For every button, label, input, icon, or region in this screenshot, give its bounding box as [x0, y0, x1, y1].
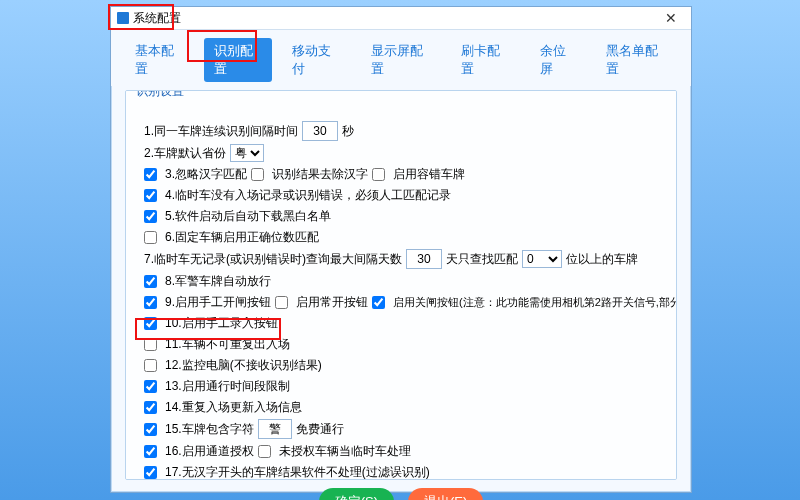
row-2-label: 2.车牌默认省份 [144, 144, 226, 162]
row-7-label-a: 7.临时车无记录(或识别错误时)查询最大间隔天数 [144, 250, 402, 268]
row-7-match-select[interactable]: 0 [522, 250, 562, 268]
row-4-label: 4.临时车没有入场记录或识别错误，必须人工匹配记录 [165, 186, 451, 204]
row-16: 16.启用通道授权 未授权车辆当临时车处理 [144, 442, 666, 460]
row-11: 11.车辆不可重复出入场 [144, 335, 666, 353]
row-7-label-b: 天只查找匹配 [446, 250, 518, 268]
button-bar: 确定(S) 退出(E) [111, 480, 691, 500]
row-12: 12.监控电脑(不接收识别结果) [144, 356, 666, 374]
row-13: 13.启用通行时间段限制 [144, 377, 666, 395]
title-bar: 系统配置 ✕ [111, 7, 691, 30]
row-7: 7.临时车无记录(或识别错误时)查询最大间隔天数 天只查找匹配 0 位以上的车牌 [144, 249, 666, 269]
tab-remaining[interactable]: 余位屏 [530, 38, 586, 82]
row-13-label: 13.启用通行时间段限制 [165, 377, 290, 395]
row-7-days-input[interactable] [406, 249, 442, 269]
row-11-checkbox[interactable] [144, 338, 157, 351]
row-9: 9.启用手工开闸按钮 启用常开按钮 启用关闸按钮(注意：此功能需使用相机第2路开… [144, 293, 666, 311]
row-3-checkbox[interactable] [144, 168, 157, 181]
row-16-checkbox[interactable] [144, 445, 157, 458]
row-9-sub2-checkbox[interactable] [372, 296, 385, 309]
row-6: 6.固定车辆启用正确位数匹配 [144, 228, 666, 246]
row-9-sub1-label: 启用常开按钮 [296, 293, 368, 311]
row-11-label: 11.车辆不可重复出入场 [165, 335, 290, 353]
row-15-label-b: 免费通行 [296, 420, 344, 438]
row-4-checkbox[interactable] [144, 189, 157, 202]
row-9-label: 9.启用手工开闸按钮 [165, 293, 271, 311]
row-12-label: 12.监控电脑(不接收识别结果) [165, 356, 322, 374]
row-1: 1.同一车牌连续识别间隔时间 秒 [144, 121, 666, 141]
tab-recognition[interactable]: 识别配置 [204, 38, 273, 82]
row-7-label-c: 位以上的车牌 [566, 250, 638, 268]
close-button[interactable]: ✕ [657, 10, 685, 26]
row-17: 17.无汉字开头的车牌结果软件不处理(过滤误识别) [144, 463, 666, 480]
row-8-label: 8.军警车牌自动放行 [165, 272, 271, 290]
row-2-province-select[interactable]: 粤 [230, 144, 264, 162]
tab-blacklist[interactable]: 黑名单配置 [596, 38, 677, 82]
row-12-checkbox[interactable] [144, 359, 157, 372]
row-14-checkbox[interactable] [144, 401, 157, 414]
tab-display[interactable]: 显示屏配置 [361, 38, 442, 82]
row-15-label-a: 15.车牌包含字符 [165, 420, 254, 438]
tab-basic[interactable]: 基本配置 [125, 38, 194, 82]
row-5-label: 5.软件启动后自动下载黑白名单 [165, 207, 331, 225]
row-10-checkbox[interactable] [144, 317, 157, 330]
system-config-dialog: 系统配置 ✕ 基本配置 识别配置 移动支付 显示屏配置 刷卡配置 余位屏 黑名单… [110, 6, 692, 493]
row-9-checkbox[interactable] [144, 296, 157, 309]
row-9-sub2-label: 启用关闸按钮(注意：此功能需使用相机第2路开关信号,部分相机支持) [393, 293, 677, 311]
row-5: 5.软件启动后自动下载黑白名单 [144, 207, 666, 225]
exit-button[interactable]: 退出(E) [408, 488, 483, 500]
row-15-char-input[interactable] [258, 419, 292, 439]
row-16-sub1-label: 未授权车辆当临时车处理 [279, 442, 411, 460]
row-2: 2.车牌默认省份 粤 [144, 144, 666, 162]
row-3-sub2-label: 启用容错车牌 [393, 165, 465, 183]
row-1-label-a: 1.同一车牌连续识别间隔时间 [144, 122, 298, 140]
row-8-checkbox[interactable] [144, 275, 157, 288]
row-14: 14.重复入场更新入场信息 [144, 398, 666, 416]
row-10-label: 10.启用手工录入按钮 [165, 314, 278, 332]
row-3-sub2-checkbox[interactable] [372, 168, 385, 181]
row-6-checkbox[interactable] [144, 231, 157, 244]
row-8: 8.军警车牌自动放行 [144, 272, 666, 290]
row-3-label: 3.忽略汉字匹配 [165, 165, 247, 183]
row-17-checkbox[interactable] [144, 466, 157, 479]
row-3-sub1-checkbox[interactable] [251, 168, 264, 181]
row-15: 15.车牌包含字符 免费通行 [144, 419, 666, 439]
tab-mobile-pay[interactable]: 移动支付 [282, 38, 351, 82]
row-5-checkbox[interactable] [144, 210, 157, 223]
row-16-label: 16.启用通道授权 [165, 442, 254, 460]
recognition-settings-fieldset: 识别设置 1.同一车牌连续识别间隔时间 秒 2.车牌默认省份 粤 3.忽略汉字匹… [125, 90, 677, 480]
row-1-label-b: 秒 [342, 122, 354, 140]
row-16-sub1-checkbox[interactable] [258, 445, 271, 458]
window-title: 系统配置 [133, 10, 657, 27]
fieldset-legend: 识别设置 [132, 90, 188, 100]
row-9-sub1-checkbox[interactable] [275, 296, 288, 309]
row-13-checkbox[interactable] [144, 380, 157, 393]
row-3: 3.忽略汉字匹配 识别结果去除汉字 启用容错车牌 [144, 165, 666, 183]
row-10: 10.启用手工录入按钮 [144, 314, 666, 332]
row-4: 4.临时车没有入场记录或识别错误，必须人工匹配记录 [144, 186, 666, 204]
tab-card[interactable]: 刷卡配置 [451, 38, 520, 82]
ok-button[interactable]: 确定(S) [319, 488, 394, 500]
row-15-checkbox[interactable] [144, 423, 157, 436]
row-6-label: 6.固定车辆启用正确位数匹配 [165, 228, 319, 246]
row-3-sub1-label: 识别结果去除汉字 [272, 165, 368, 183]
row-17-label: 17.无汉字开头的车牌结果软件不处理(过滤误识别) [165, 463, 430, 480]
tab-bar: 基本配置 识别配置 移动支付 显示屏配置 刷卡配置 余位屏 黑名单配置 [111, 30, 691, 86]
row-1-interval-input[interactable] [302, 121, 338, 141]
app-icon [117, 12, 129, 24]
row-14-label: 14.重复入场更新入场信息 [165, 398, 302, 416]
